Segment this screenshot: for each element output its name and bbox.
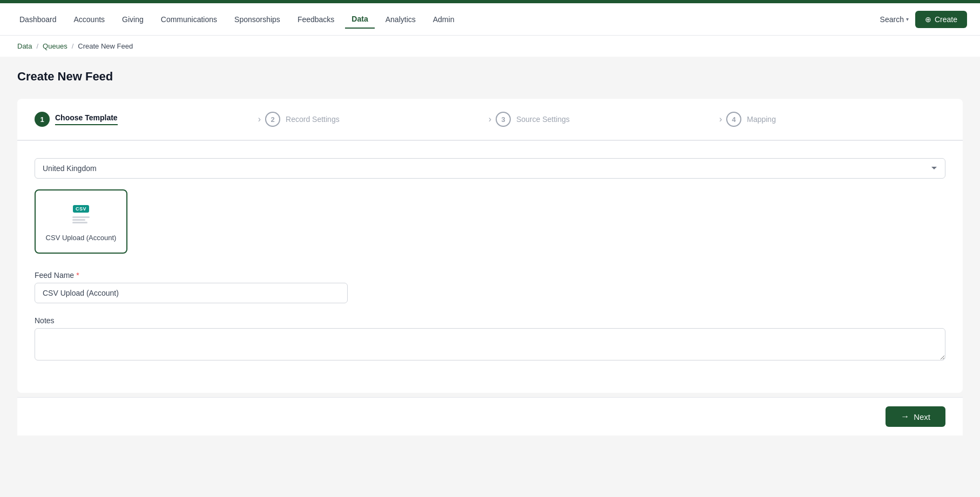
search-area[interactable]: Search ▾ xyxy=(880,15,909,24)
step-3-circle: 3 xyxy=(496,112,511,127)
csv-line-1 xyxy=(72,216,90,218)
plus-icon: ⊕ xyxy=(925,15,931,24)
nav-communications[interactable]: Communications xyxy=(154,11,224,28)
step-4-circle: 4 xyxy=(726,112,741,127)
notes-textarea[interactable] xyxy=(35,328,945,360)
next-label: Next xyxy=(914,412,930,421)
csv-badge: CSV xyxy=(73,205,89,213)
csv-line-3 xyxy=(72,222,87,223)
nav-right: Search ▾ ⊕ Create xyxy=(880,11,967,28)
page-footer: → Next xyxy=(17,397,963,435)
template-name: CSV Upload (Account) xyxy=(46,234,117,242)
page-title: Create New Feed xyxy=(17,70,963,84)
step-2: 2 Record Settings xyxy=(265,112,484,127)
csv-icon: CSV xyxy=(68,201,94,227)
breadcrumb-queues[interactable]: Queues xyxy=(43,42,67,50)
step-sep-3: › xyxy=(715,114,726,124)
breadcrumb-current: Create New Feed xyxy=(78,42,133,50)
feed-name-input[interactable] xyxy=(35,283,348,303)
csv-line-2 xyxy=(72,219,85,221)
main-card: United Kingdom United States Canada Aust… xyxy=(17,141,963,393)
nav-giving[interactable]: Giving xyxy=(116,11,150,28)
feed-name-section: Feed Name * xyxy=(35,271,945,303)
step-2-label: Record Settings xyxy=(286,115,340,124)
next-button[interactable]: → Next xyxy=(886,406,945,427)
csv-lines xyxy=(72,216,90,223)
step-3-label: Source Settings xyxy=(516,115,570,124)
required-marker: * xyxy=(76,271,79,280)
breadcrumb-sep-2: / xyxy=(72,42,74,50)
create-label: Create xyxy=(935,15,957,24)
step-2-circle: 2 xyxy=(265,112,280,127)
notes-section: Notes xyxy=(35,316,945,363)
step-1-circle: 1 xyxy=(35,112,50,127)
step-sep-1: › xyxy=(254,114,265,124)
nav-accounts[interactable]: Accounts xyxy=(67,11,112,28)
nav-dashboard[interactable]: Dashboard xyxy=(13,11,63,28)
notes-label: Notes xyxy=(35,316,945,325)
create-button[interactable]: ⊕ Create xyxy=(915,11,967,28)
breadcrumb: Data / Queues / Create New Feed xyxy=(0,36,980,57)
step-sep-2: › xyxy=(484,114,496,124)
step-1: 1 Choose Template xyxy=(35,112,254,127)
nav-sponsorships[interactable]: Sponsorships xyxy=(228,11,287,28)
navbar: Dashboard Accounts Giving Communications… xyxy=(0,3,980,36)
template-grid: CSV CSV Upload (Account) xyxy=(35,189,945,254)
stepper: 1 Choose Template › 2 Record Settings › … xyxy=(17,99,963,141)
step-3: 3 Source Settings xyxy=(496,112,715,127)
nav-analytics[interactable]: Analytics xyxy=(379,11,422,28)
step-4: 4 Mapping xyxy=(726,112,945,127)
feed-name-label: Feed Name * xyxy=(35,271,945,280)
step-4-label: Mapping xyxy=(747,115,776,124)
breadcrumb-sep-1: / xyxy=(36,42,38,50)
template-card-csv-account[interactable]: CSV CSV Upload (Account) xyxy=(35,189,127,254)
page-content: Create New Feed 1 Choose Template › 2 Re… xyxy=(0,57,980,496)
arrow-right-icon: → xyxy=(901,412,909,421)
nav-admin[interactable]: Admin xyxy=(427,11,461,28)
step-1-label: Choose Template xyxy=(55,113,118,125)
chevron-down-icon: ▾ xyxy=(906,16,909,22)
nav-data[interactable]: Data xyxy=(345,10,374,29)
country-select[interactable]: United Kingdom United States Canada Aust… xyxy=(35,158,945,179)
nav-links: Dashboard Accounts Giving Communications… xyxy=(13,10,461,29)
search-label: Search xyxy=(880,15,904,24)
breadcrumb-data[interactable]: Data xyxy=(17,42,32,50)
nav-feedbacks[interactable]: Feedbacks xyxy=(291,11,341,28)
